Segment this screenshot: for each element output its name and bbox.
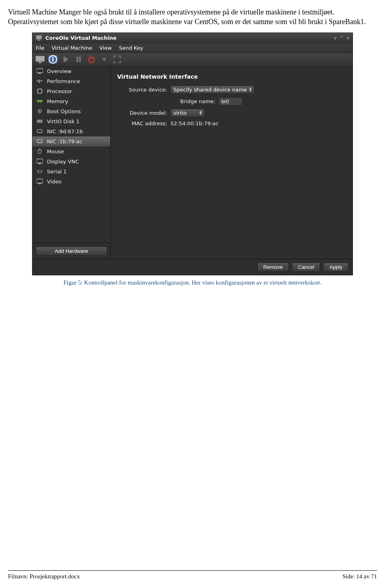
monitor-icon: [36, 68, 43, 74]
nic-icon: [36, 128, 43, 134]
svg-rect-3: [38, 62, 42, 63]
chevron-updown-icon: ▲▼: [249, 87, 251, 92]
cpu-icon: [36, 88, 43, 94]
sidebar-item-label: Memory: [47, 98, 68, 104]
sidebar-item-label: NIC :9d:67:1b: [47, 128, 83, 134]
device-model-label: Device model:: [117, 110, 167, 116]
mouse-icon: [36, 149, 43, 154]
sidebar-item-memory[interactable]: Memory: [32, 96, 110, 106]
menu-file[interactable]: File: [36, 45, 45, 51]
svg-rect-24: [38, 163, 41, 164]
svg-rect-2: [36, 56, 45, 61]
svg-rect-14: [37, 100, 43, 102]
mac-address-value: 52:54:00:1b:79:ac: [170, 120, 219, 126]
svg-rect-19: [37, 130, 42, 132]
sidebar-item-label: Mouse: [47, 149, 64, 155]
sidebar-item-processor[interactable]: Processor: [32, 86, 110, 96]
disk-icon: [36, 118, 43, 124]
pause-button[interactable]: [74, 55, 83, 63]
sidebar-item-video[interactable]: Video: [32, 177, 110, 187]
footer-bar: Remove Cancel Apply: [32, 259, 353, 275]
sidebar-item-nic-1[interactable]: NIC :9d:67:1b: [32, 126, 110, 136]
sidebar-item-serial-1[interactable]: Serial 1: [32, 167, 110, 177]
svg-rect-13: [38, 89, 42, 93]
svg-rect-11: [36, 69, 43, 73]
sidebar-item-label: Serial 1: [47, 169, 67, 175]
svg-rect-26: [38, 183, 41, 184]
sidebar-item-overview[interactable]: Overview: [32, 66, 110, 76]
menu-virtual-machine[interactable]: Virtual Machine: [52, 45, 92, 51]
apply-button[interactable]: Apply: [323, 262, 349, 272]
sidebar-item-label: NIC :1b:79:ac: [47, 138, 82, 144]
details-panel: Virtual Network Interface Source device:…: [111, 66, 353, 259]
page-footer: Filnavn: Prosjektrapport.docx Side: 14 a…: [8, 570, 377, 580]
menu-view[interactable]: View: [99, 45, 112, 51]
sidebar-item-virtio-disk[interactable]: VirtIO Disk 1: [32, 116, 110, 126]
footer-page-number: Side: 14 av 71: [342, 573, 377, 580]
details-button[interactable]: [49, 55, 57, 63]
cancel-button[interactable]: Cancel: [292, 262, 320, 272]
fullscreen-button[interactable]: [113, 55, 122, 63]
device-model-value: virtio: [173, 110, 186, 116]
remove-button[interactable]: Remove: [257, 262, 289, 272]
dropdown-button[interactable]: [100, 55, 109, 63]
maximize-icon[interactable]: ^: [340, 35, 343, 41]
source-device-dropdown[interactable]: Specify shared device name ▲▼: [170, 85, 254, 94]
svg-rect-6: [53, 57, 54, 58]
svg-rect-8: [79, 57, 81, 62]
close-icon[interactable]: x: [346, 35, 349, 41]
sidebar-item-label: Boot Options: [47, 108, 81, 114]
sidebar-item-display-vnc[interactable]: Display VNC: [32, 157, 110, 167]
pulse-icon: [36, 78, 43, 84]
chevron-updown-icon: ▲▼: [200, 110, 202, 115]
vm-window: CoreOle Virtual Machine v ^ x File Virtu…: [32, 33, 353, 275]
window-titlebar[interactable]: CoreOle Virtual Machine v ^ x: [32, 33, 353, 43]
svg-rect-12: [38, 73, 41, 74]
svg-rect-1: [38, 40, 40, 41]
panel-title: Virtual Network Interface: [117, 73, 346, 80]
svg-rect-20: [37, 140, 42, 142]
gear-icon: [36, 108, 43, 114]
sidebar-item-label: Overview: [47, 68, 71, 74]
svg-point-18: [41, 121, 42, 122]
svg-point-16: [39, 111, 41, 112]
menubar: File Virtual Machine View Send Key: [32, 43, 353, 53]
svg-rect-23: [36, 159, 43, 163]
serial-icon: [36, 169, 43, 174]
mac-address-label: MAC address:: [117, 120, 167, 126]
sidebar-item-label: Display VNC: [47, 159, 79, 165]
device-model-dropdown[interactable]: virtio ▲▼: [170, 109, 205, 117]
bridge-name-input[interactable]: [219, 97, 243, 106]
sidebar: Overview Performance Processor Memory Bo…: [32, 66, 111, 259]
play-button[interactable]: [61, 55, 70, 63]
svg-rect-5: [53, 59, 54, 61]
window-title: CoreOle Virtual Machine: [45, 35, 117, 41]
minimize-icon[interactable]: v: [334, 35, 337, 41]
body-paragraph: Virtuell Machine Manger ble også brukt t…: [8, 0, 377, 27]
sidebar-list: Overview Performance Processor Memory Bo…: [32, 66, 110, 243]
app-icon: [36, 35, 42, 41]
svg-rect-25: [36, 179, 43, 183]
figure-caption: Figur 5: Kontrollpanel for maskinvarekon…: [8, 279, 377, 286]
source-device-value: Specify shared device name: [173, 87, 247, 93]
menu-send-key[interactable]: Send Key: [119, 45, 143, 51]
sidebar-item-label: VirtIO Disk 1: [47, 118, 79, 124]
sidebar-item-performance[interactable]: Performance: [32, 76, 110, 86]
sidebar-item-mouse[interactable]: Mouse: [32, 146, 110, 157]
sidebar-item-label: Processor: [47, 88, 72, 94]
nic-icon: [36, 138, 43, 144]
power-button[interactable]: [87, 55, 96, 63]
footer-filename: Filnavn: Prosjektrapport.docx: [8, 573, 80, 580]
sidebar-item-label: Performance: [47, 78, 80, 84]
sidebar-item-nic-2[interactable]: NIC :1b:79:ac: [32, 136, 110, 146]
toolbar: [32, 53, 353, 66]
console-button[interactable]: [36, 55, 45, 63]
add-hardware-button[interactable]: Add Hardware: [36, 246, 107, 256]
sidebar-item-label: Video: [47, 179, 61, 185]
svg-rect-0: [36, 35, 42, 39]
monitor-icon: [36, 179, 43, 184]
window-controls: v ^ x: [334, 35, 349, 41]
source-device-label: Source device:: [117, 87, 167, 93]
sidebar-item-boot-options[interactable]: Boot Options: [32, 106, 110, 116]
svg-rect-7: [77, 57, 78, 62]
